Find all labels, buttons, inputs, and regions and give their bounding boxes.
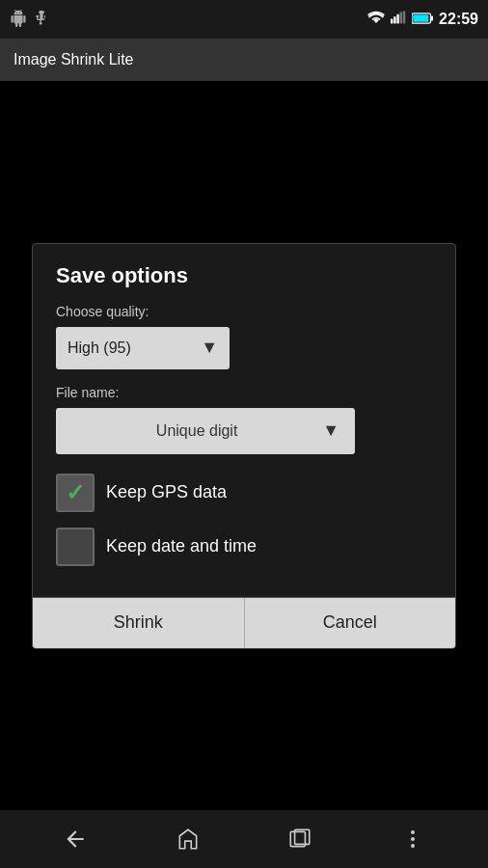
- keep-date-label: Keep date and time: [106, 536, 257, 556]
- title-bar: Image Shrink Lite: [0, 39, 488, 81]
- dialog-buttons: Shrink Cancel: [33, 597, 455, 648]
- filename-dropdown[interactable]: Unique digit ▼: [56, 408, 355, 454]
- dialog-title: Save options: [33, 244, 455, 304]
- dialog-content: Choose quality: High (95) ▼ File name: U…: [33, 304, 455, 597]
- status-bar: 22:59: [0, 0, 488, 39]
- svg-rect-2: [396, 14, 398, 24]
- recent-apps-button[interactable]: [276, 815, 324, 863]
- keep-date-row: Keep date and time: [56, 528, 432, 566]
- more-options-button[interactable]: [389, 815, 437, 863]
- svg-rect-4: [403, 12, 405, 24]
- keep-date-checkbox[interactable]: [56, 528, 95, 566]
- nav-bar: [0, 810, 488, 868]
- save-options-dialog: Save options Choose quality: High (95) ▼…: [32, 243, 456, 649]
- cancel-button[interactable]: Cancel: [245, 598, 456, 648]
- quality-dropdown[interactable]: High (95) ▼: [56, 327, 230, 369]
- wifi-icon: [367, 11, 385, 28]
- keep-gps-label: Keep GPS data: [106, 482, 227, 502]
- app-title: Image Shrink Lite: [14, 51, 134, 68]
- android-icon: [10, 10, 27, 30]
- svg-rect-0: [391, 19, 393, 24]
- battery-icon: [412, 11, 433, 28]
- status-bar-left: [10, 10, 50, 30]
- quality-dropdown-arrow-icon: ▼: [201, 338, 218, 358]
- home-button[interactable]: [164, 815, 212, 863]
- more-dots-icon: [411, 830, 415, 848]
- keep-gps-checkbox[interactable]: ✓: [56, 474, 95, 512]
- quality-value: High (95): [68, 339, 131, 357]
- shrink-button[interactable]: Shrink: [33, 598, 245, 648]
- status-time: 22:59: [439, 11, 478, 28]
- svg-rect-6: [431, 15, 433, 20]
- keep-gps-row: ✓ Keep GPS data: [56, 474, 432, 512]
- back-button[interactable]: [51, 815, 99, 863]
- signal-icon: [391, 11, 406, 28]
- filename-label: File name:: [56, 385, 432, 400]
- usb-icon: [35, 11, 50, 29]
- main-area: Save options Choose quality: High (95) ▼…: [0, 81, 488, 810]
- status-bar-right: 22:59: [367, 11, 478, 28]
- quality-label: Choose quality:: [56, 304, 432, 319]
- svg-rect-3: [400, 12, 402, 23]
- svg-rect-7: [413, 14, 428, 22]
- filename-value: Unique digit: [71, 422, 322, 440]
- checkmark-icon: ✓: [66, 479, 85, 506]
- svg-rect-1: [393, 16, 395, 23]
- filename-dropdown-arrow-icon: ▼: [322, 420, 339, 441]
